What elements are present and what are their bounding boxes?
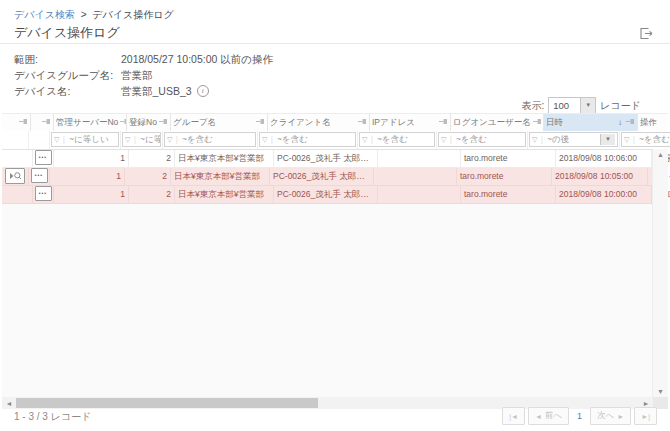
- info-row-device-name: デバイス名: 営業部_USB_3 i: [14, 83, 273, 99]
- column-label: 登録No: [129, 117, 157, 129]
- ip-cell: [374, 168, 457, 185]
- first-page-button[interactable]: |◄: [502, 407, 525, 425]
- funnel-icon[interactable]: ▽: [262, 136, 267, 144]
- pin-icon[interactable]: [254, 117, 265, 128]
- logon-user-cell: taro.morete: [461, 150, 556, 167]
- filter-cell-logon-user: ▽ ❘ ~を含む: [437, 131, 528, 149]
- logon-user-cell: taro.morete: [457, 168, 552, 185]
- pin-icon[interactable]: [624, 117, 635, 128]
- datetime-filter-dropdown-icon[interactable]: ▼: [600, 134, 615, 145]
- filter-cell-server-no: ▽ ❘ ~に等しい: [50, 131, 121, 149]
- scroll-left-icon[interactable]: ◄: [2, 400, 16, 407]
- prev-page-button[interactable]: ◄ 前へ: [528, 407, 569, 425]
- first-page-icon: |◄: [509, 413, 518, 420]
- column-label: 操作: [640, 117, 657, 129]
- filter-cell-empty: [2, 131, 29, 149]
- export-log-button[interactable]: [639, 26, 654, 39]
- table-row[interactable]: ••• 1 2 日本¥東京本部¥営業部 PC-0026_茂礼手 太郎i taro…: [2, 186, 668, 204]
- pin-icon[interactable]: [437, 117, 448, 128]
- group-filter-input[interactable]: ▽ ❘ ~を含む: [164, 132, 256, 147]
- table-row[interactable]: ••• 1 2 日本¥東京本部¥営業部 PC-0026_茂礼手 太郎i taro…: [2, 168, 668, 186]
- info-row-device-group: デバイスグループ名: 営業部: [14, 67, 273, 83]
- display-label: 表示:: [522, 99, 545, 113]
- table-row[interactable]: ••• 1 2 日本¥東京本部¥営業部 PC-0026_茂礼手 太郎i taro…: [2, 150, 668, 168]
- reg-no-cell: 2: [129, 186, 175, 203]
- device-info-icon[interactable]: i: [197, 85, 209, 97]
- search-icon: [9, 171, 22, 181]
- pin-icon[interactable]: [531, 117, 542, 128]
- device-group-value: 営業部: [121, 67, 153, 83]
- datetime-cell: 2018/09/08 10:05:00: [552, 168, 648, 185]
- group-cell: 日本¥東京本部¥営業部: [171, 168, 270, 185]
- row-menu-button[interactable]: •••: [35, 150, 52, 165]
- scroll-down-icon[interactable]: ▼: [653, 388, 668, 395]
- column-label: ログオンユーザー名: [453, 117, 531, 129]
- pin-icon[interactable]: [40, 117, 51, 128]
- next-page-label: 次へ: [597, 410, 614, 422]
- pin-icon[interactable]: [17, 117, 28, 128]
- row-indicator-cell: [2, 168, 29, 185]
- filter-divider: ❘: [368, 135, 375, 144]
- column-label: グループ名: [173, 117, 216, 129]
- datetime-cell: 2018/09/08 10:00:00: [556, 186, 652, 203]
- filter-placeholder: ~を含む: [639, 134, 670, 146]
- scroll-up-icon[interactable]: ▲: [653, 151, 668, 158]
- breadcrumb-link-device-search[interactable]: デバイス検索: [14, 9, 75, 20]
- vertical-scrollbar[interactable]: ▲ ▼: [652, 149, 668, 397]
- filter-cell-group: ▽ ❘ ~を含む: [163, 131, 258, 149]
- operation-filter-input[interactable]: ▽ ❘ ~を含む: [621, 132, 670, 147]
- column-header-operation[interactable]: 操作: [638, 114, 670, 131]
- horizontal-scrollbar-thumb[interactable]: [16, 398, 318, 408]
- display-count-value: 100: [549, 98, 580, 113]
- server-no-filter-input[interactable]: ▽ ❘ ~に等しい: [51, 132, 119, 147]
- last-page-button[interactable]: ►|: [634, 407, 657, 425]
- column-header-row-indicator[interactable]: [2, 114, 31, 131]
- filter-cell-operation: ▽ ❘ ~を含む: [620, 131, 670, 149]
- export-icon: [639, 27, 654, 40]
- record-count: 1 - 3 / 3 レコード: [14, 410, 91, 424]
- ip-filter-input[interactable]: ▽ ❘ ~を含む: [359, 132, 435, 147]
- next-page-button[interactable]: 次へ ►: [590, 407, 631, 425]
- filter-placeholder: ~を含む: [277, 134, 308, 146]
- logon-user-filter-input[interactable]: ▽ ❘ ~を含む: [438, 132, 526, 147]
- column-header-ip-address[interactable]: IPアドレス: [370, 114, 451, 131]
- display-count-dropdown-icon[interactable]: ▼: [580, 98, 595, 113]
- pin-icon[interactable]: [356, 117, 367, 128]
- column-header-group-name[interactable]: グループ名: [171, 114, 268, 131]
- reg-no-cell: 2: [129, 150, 175, 167]
- title-divider: [0, 43, 670, 44]
- prev-page-icon: ◄: [535, 413, 542, 420]
- column-header-datetime[interactable]: 日時 ↓: [544, 114, 638, 131]
- reg-no-filter-input[interactable]: ▽ ❘ ~に等しい: [122, 132, 161, 147]
- range-label: 範囲:: [14, 51, 121, 67]
- pagination: |◄ ◄ 前へ 1 次へ ► ►|: [502, 407, 657, 425]
- client-filter-input[interactable]: ▽ ❘ ~を含む: [259, 132, 356, 147]
- breadcrumb-separator: >: [81, 9, 87, 20]
- funnel-icon[interactable]: ▽: [167, 136, 172, 144]
- row-menu-cell: •••: [33, 186, 54, 203]
- column-header-client-name[interactable]: クライアント名: [268, 114, 370, 131]
- datetime-filter-input[interactable]: ▽ ❘ ~の後 ▼: [529, 132, 618, 147]
- funnel-icon[interactable]: ▽: [624, 136, 629, 144]
- funnel-icon[interactable]: ▽: [54, 136, 59, 144]
- next-page-icon: ►: [617, 413, 624, 420]
- column-header-logon-user[interactable]: ログオンユーザー名: [451, 114, 544, 131]
- row-menu-button[interactable]: •••: [31, 168, 48, 183]
- pin-icon[interactable]: [118, 117, 127, 128]
- sort-descending-icon: ↓: [618, 118, 622, 127]
- column-header-row-menu[interactable]: [31, 114, 54, 131]
- row-menu-button[interactable]: •••: [35, 186, 52, 201]
- column-header-server-no[interactable]: 管理サーバーNo: [54, 114, 127, 131]
- scroll-right-icon[interactable]: ►: [639, 400, 653, 407]
- last-page-icon: ►|: [641, 413, 650, 420]
- pin-icon[interactable]: [157, 117, 168, 128]
- funnel-icon[interactable]: ▽: [441, 136, 446, 144]
- grid-header-row: 管理サーバーNo 登録No グループ名 クライアント名 IPアドレス ログオンユ…: [2, 114, 668, 131]
- row-drilldown-search-button[interactable]: [5, 168, 25, 184]
- column-header-reg-no[interactable]: 登録No: [127, 114, 171, 131]
- funnel-icon[interactable]: ▽: [125, 136, 130, 144]
- funnel-icon[interactable]: ▽: [532, 136, 537, 144]
- display-count-control: 表示: 100 ▼ レコード: [522, 97, 641, 114]
- display-count-select[interactable]: 100 ▼: [548, 97, 596, 114]
- funnel-icon[interactable]: ▽: [362, 136, 367, 144]
